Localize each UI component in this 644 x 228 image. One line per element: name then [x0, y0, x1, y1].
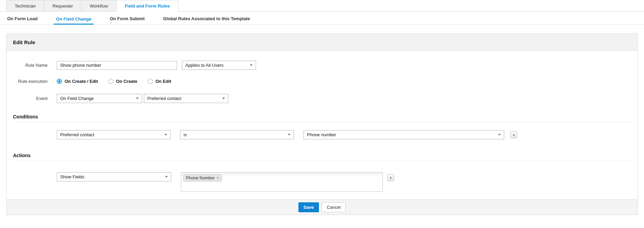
chevron-down-icon — [136, 98, 139, 99]
remove-chip-icon[interactable]: × — [217, 176, 219, 180]
action-type-value: Show Fields — [60, 174, 84, 179]
radio-selected-icon — [57, 79, 62, 84]
radio-on-create[interactable]: On Create — [108, 79, 137, 84]
tab-requester[interactable]: Requester — [44, 0, 81, 11]
radio-unselected-icon — [148, 79, 153, 84]
condition-operator-value: is — [184, 132, 187, 137]
chevron-down-icon — [165, 176, 168, 178]
add-action-button[interactable]: + — [387, 174, 394, 181]
event-field-dropdown[interactable]: Preferred contact — [144, 94, 228, 103]
rule-name-row: Rule Name Applies to All Users — [6, 61, 638, 70]
radio-on-create-edit-label: On Create / Edit — [65, 79, 98, 84]
tab-field-and-form-rules[interactable]: Field and Form Rules — [116, 0, 178, 11]
rule-name-input[interactable] — [57, 61, 177, 70]
event-type-value: On Field Change — [60, 96, 94, 101]
applies-to-value: Applies to All Users — [185, 63, 224, 68]
rule-execution-row: Rule execution On Create / Edit On Creat… — [6, 79, 638, 84]
field-chip-label: Phone Number — [186, 176, 215, 180]
event-field-value: Preferred contact — [147, 96, 182, 101]
rule-execution-radio-group: On Create / Edit On Create On Edit — [57, 79, 171, 84]
tab-technician[interactable]: Technician — [6, 0, 44, 11]
tab-workflow[interactable]: Workflow — [81, 0, 116, 11]
radio-on-create-label: On Create — [116, 79, 137, 84]
condition-value: Phone number — [307, 132, 336, 137]
chevron-down-icon — [222, 98, 225, 99]
edit-rule-panel: Edit Rule Rule Name Applies to All Users… — [6, 34, 638, 215]
action-type-dropdown[interactable]: Show Fields — [57, 172, 171, 181]
condition-field-value: Preferred contact — [60, 132, 94, 137]
template-tabbar: Technician Requester Workflow Field and … — [0, 0, 644, 12]
conditions-heading: Conditions — [6, 114, 638, 119]
applies-to-dropdown[interactable]: Applies to All Users — [182, 61, 256, 70]
condition-field-dropdown[interactable]: Preferred contact — [57, 130, 171, 139]
radio-on-create-edit[interactable]: On Create / Edit — [57, 79, 98, 84]
panel-footer: Save Cancel — [6, 199, 638, 215]
event-row: Event On Field Change Preferred contact — [6, 94, 638, 103]
condition-value-dropdown[interactable]: Phone number — [304, 130, 504, 139]
action-row: Show Fields Phone Number × + — [57, 172, 638, 192]
event-label: Event — [6, 96, 48, 101]
subtab-on-field-change[interactable]: On Field Change — [54, 13, 94, 25]
condition-row: Preferred contact is Phone number + — [57, 130, 638, 139]
field-chip: Phone Number × — [183, 175, 222, 181]
chevron-down-icon — [498, 134, 501, 136]
cancel-button[interactable]: Cancel — [322, 202, 346, 212]
actions-heading: Actions — [6, 153, 638, 158]
rule-name-label: Rule Name — [6, 63, 48, 68]
subtab-on-form-load[interactable]: On Form Load — [5, 12, 40, 24]
rule-execution-label: Rule execution — [6, 79, 48, 84]
condition-operator-dropdown[interactable]: is — [180, 130, 294, 139]
chevron-down-icon — [250, 64, 253, 66]
subtab-on-form-submit[interactable]: On Form Submit — [107, 12, 147, 24]
add-condition-button[interactable]: + — [510, 131, 517, 138]
radio-unselected-icon — [108, 79, 113, 84]
radio-on-edit[interactable]: On Edit — [148, 79, 171, 84]
subtab-global-rules[interactable]: Global Rules Associated to this Template — [161, 12, 252, 24]
chevron-down-icon — [288, 134, 291, 136]
action-fields-multiselect[interactable]: Phone Number × — [181, 172, 383, 192]
form-rules-subtabbar: On Form Load On Field Change On Form Sub… — [0, 12, 644, 25]
event-type-dropdown[interactable]: On Field Change — [57, 94, 142, 103]
radio-on-edit-label: On Edit — [156, 79, 171, 84]
chevron-down-icon — [164, 134, 167, 136]
panel-title: Edit Rule — [6, 34, 638, 51]
actions-divider — [13, 161, 631, 161]
conditions-divider — [13, 122, 631, 123]
save-button[interactable]: Save — [298, 202, 319, 212]
